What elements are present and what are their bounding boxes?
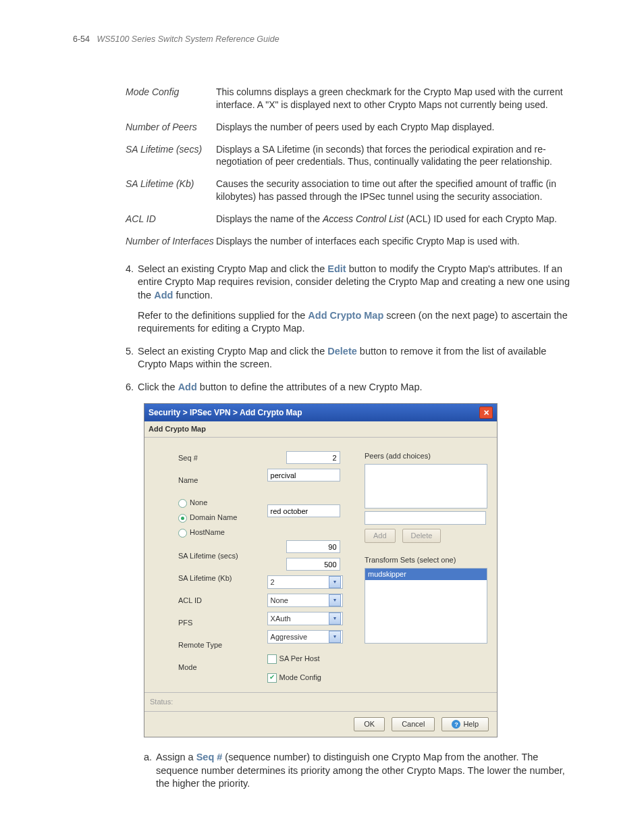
dialog-breadcrumb: Security > IPSec VPN > Add Crypto Map [149, 407, 302, 418]
dialog-footer: OK Cancel ?Help [144, 711, 497, 737]
add-crypto-map-dialog: Security > IPSec VPN > Add Crypto Map ✕ … [144, 403, 498, 737]
add-crypto-map-keyword: Add Crypto Map [308, 310, 383, 321]
step-6: Click the Add button to define the attri… [126, 381, 571, 394]
ok-button[interactable]: OK [354, 717, 385, 731]
seq-keyword: Seq # [196, 752, 223, 762]
add-keyword: Add [178, 382, 197, 392]
label-name: Name [178, 473, 248, 487]
def-desc: Displays the number of peers used by eac… [216, 121, 571, 134]
substep-a: Assign a Seq # (sequence number) to dist… [144, 751, 571, 791]
peers-listbox[interactable] [365, 464, 487, 509]
label-mode: Mode [178, 660, 248, 674]
label-pfs: PFS [178, 616, 248, 629]
delete-keyword: Delete [327, 346, 357, 357]
def-desc: This columns displays a green checkmark … [216, 86, 571, 111]
radio-hostname[interactable]: HostName [178, 525, 248, 540]
radio-domain-name[interactable]: Domain Name [178, 511, 248, 525]
close-icon[interactable]: ✕ [479, 407, 493, 419]
definition-table: Mode Config This columns displays a gree… [126, 86, 571, 248]
dialog-titlebar: Security > IPSec VPN > Add Crypto Map ✕ [144, 404, 497, 421]
label-peers: Peers (add choices) [365, 451, 487, 461]
label-sa-secs: SA Lifetime (secs) [178, 549, 248, 563]
def-term: SA Lifetime (Kb) [126, 178, 216, 203]
def-row-sa-kb: SA Lifetime (Kb) Causes the security ass… [126, 178, 571, 203]
def-row-sa-secs: SA Lifetime (secs) Displays a SA Lifetim… [126, 143, 571, 169]
status-bar: Status: [144, 692, 497, 711]
label-acl: ACL ID [178, 594, 248, 607]
peer-entry-input[interactable] [365, 511, 486, 525]
name-input[interactable] [267, 469, 340, 481]
mode-config-checkbox[interactable]: ✔ [267, 673, 277, 683]
peer-delete-button[interactable]: Delete [402, 529, 441, 543]
chevron-down-icon: ▾ [329, 631, 341, 643]
def-desc: Displays the name of the Access Control … [216, 213, 571, 226]
step-5: Select an existing Crypto Map and click … [126, 345, 571, 371]
page-number: 6-54 [73, 34, 90, 44]
def-row-mode-config: Mode Config This columns displays a gree… [126, 86, 571, 111]
help-button[interactable]: ?Help [441, 717, 489, 731]
page-header: 6-54 WS5100 Series Switch System Referen… [73, 34, 571, 45]
sa-per-host-checkbox[interactable] [267, 654, 277, 664]
transform-selected-item[interactable]: mudskipper [365, 569, 487, 580]
def-row-acl-id: ACL ID Displays the name of the Access C… [126, 213, 571, 226]
def-row-num-interfaces: Number of Interfaces Displays the number… [126, 235, 571, 248]
def-desc: Displays the number of interfaces each s… [216, 235, 571, 248]
chevron-down-icon: ▾ [329, 594, 341, 606]
edit-keyword: Edit [327, 263, 346, 274]
remote-type-select[interactable]: XAuth▾ [267, 612, 343, 625]
label-remote: Remote Type [178, 638, 248, 652]
def-row-num-peers: Number of Peers Displays the number of p… [126, 121, 571, 134]
dialog-subtitle: Add Crypto Map [144, 421, 497, 438]
seq-input[interactable] [286, 451, 340, 464]
mode-select[interactable]: Aggressive▾ [267, 630, 343, 644]
def-desc: Displays a SA Lifetime (in seconds) that… [216, 143, 571, 169]
sa-secs-input[interactable] [286, 540, 340, 553]
domain-input[interactable] [267, 504, 340, 517]
label-seq: Seq # [178, 451, 248, 465]
chevron-down-icon: ▾ [329, 613, 341, 625]
def-term: Number of Peers [126, 121, 216, 134]
transform-sets-listbox[interactable]: mudskipper [365, 568, 487, 644]
radio-none[interactable]: None [178, 496, 248, 511]
def-term: ACL ID [126, 213, 216, 226]
sa-kb-input[interactable] [286, 558, 340, 571]
peer-add-button[interactable]: Add [365, 529, 396, 543]
doc-title: WS5100 Series Switch System Reference Gu… [97, 34, 279, 44]
chevron-down-icon: ▾ [329, 576, 341, 588]
substep-list: Assign a Seq # (sequence number) to dist… [144, 751, 571, 791]
step-4: Select an existing Crypto Map and click … [126, 263, 571, 336]
add-keyword: Add [154, 290, 173, 301]
acl-select[interactable]: 2▾ [267, 575, 343, 589]
label-transform-sets: Transform Sets (select one) [365, 555, 487, 565]
def-term: Mode Config [126, 86, 216, 111]
def-term: Number of Interfaces [126, 235, 216, 248]
def-desc: Causes the security association to time … [216, 178, 571, 203]
help-icon: ? [452, 720, 460, 729]
pfs-select[interactable]: None▾ [267, 594, 343, 607]
cancel-button[interactable]: Cancel [392, 717, 435, 731]
step-list: Select an existing Crypto Map and click … [126, 263, 571, 394]
label-sa-kb: SA Lifetime (Kb) [178, 571, 248, 585]
def-term: SA Lifetime (secs) [126, 143, 216, 169]
